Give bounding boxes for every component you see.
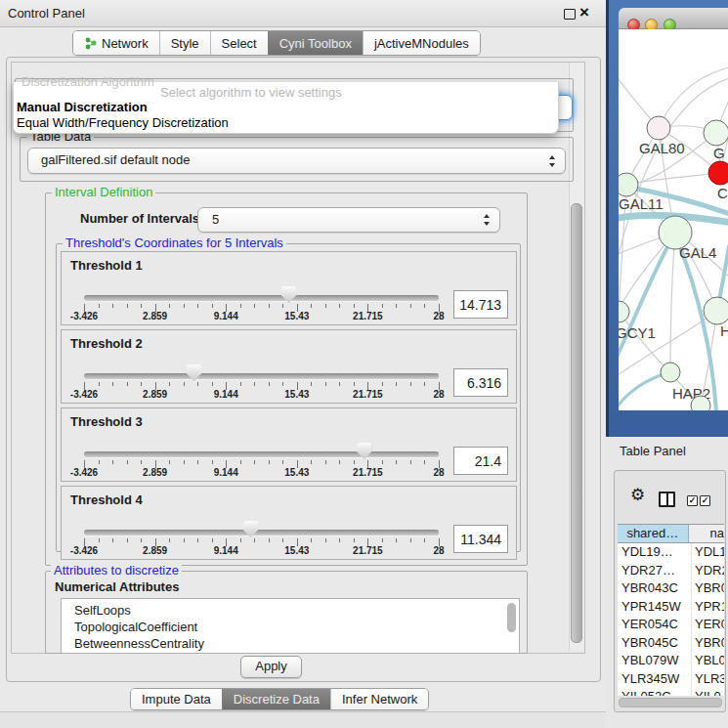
- table-row[interactable]: YDR27…YDR2: [618, 562, 724, 580]
- cell-shared-name[interactable]: YER054C: [618, 616, 692, 634]
- cell-shared-name[interactable]: YIL052C: [618, 688, 692, 696]
- menu-item-equal-width-frequency[interactable]: Equal Width/Frequency Discretization: [17, 115, 229, 130]
- tick-label: 15.43: [284, 545, 309, 556]
- cell-shared-name[interactable]: YBL079W: [618, 652, 692, 670]
- tab-network[interactable]: Network: [73, 31, 159, 55]
- tab-label: Style: [171, 36, 199, 51]
- cell-shared-name[interactable]: YBR043C: [618, 579, 692, 598]
- table-data-combo-value: galFiltered.sif default node: [41, 149, 190, 172]
- tab-cyni-toolbox[interactable]: Cyni Toolbox: [268, 31, 363, 55]
- network-node-gcy1[interactable]: [619, 301, 629, 322]
- node-label: GAL4: [679, 244, 716, 261]
- num-intervals-value: 5: [212, 208, 219, 231]
- slider-track[interactable]: [84, 295, 439, 301]
- tab-label: Cyni Toolbox: [279, 36, 352, 51]
- tab-select[interactable]: Select: [210, 31, 268, 55]
- network-icon: [84, 36, 97, 50]
- gear-icon[interactable]: ⚙: [630, 487, 645, 504]
- float-window-icon[interactable]: [564, 9, 576, 20]
- cell-name[interactable]: YER0: [692, 616, 724, 634]
- network-node-h[interactable]: [704, 297, 728, 324]
- cell-name[interactable]: YIL0: [692, 688, 724, 696]
- network-window-titlebar[interactable]: [619, 8, 728, 29]
- attribute-list-item[interactable]: SelfLoops: [74, 602, 131, 619]
- tab-impute-data[interactable]: Impute Data: [131, 689, 222, 709]
- num-intervals-label: Number of Intervals: [80, 211, 199, 226]
- close-icon[interactable]: ×: [579, 3, 589, 22]
- threshold-value-field[interactable]: 21.4: [453, 447, 508, 475]
- thresholds-group-title: Threshold's Coordinates for 5 Intervals: [63, 236, 286, 250]
- cell-name[interactable]: YPR1: [692, 598, 724, 617]
- threshold-value-field[interactable]: 6.316: [453, 368, 508, 397]
- spinner-stepper-icon: [484, 213, 491, 227]
- cell-name[interactable]: YDR2: [692, 562, 724, 580]
- table-row[interactable]: YBR045CYBR0: [618, 634, 724, 653]
- tab-jactivemnodules[interactable]: jActiveMNodules: [363, 31, 480, 55]
- network-node-hap2[interactable]: [661, 363, 680, 382]
- vertical-scrollbar-thumb[interactable]: [571, 203, 582, 643]
- tab-discretize-data[interactable]: Discretize Data: [222, 689, 330, 709]
- cell-shared-name[interactable]: YDR27…: [618, 562, 692, 580]
- table-row[interactable]: YDL19…YDL1: [618, 543, 724, 562]
- network-graph[interactable]: GAL80GCGAL11GAL4GCY1HHAP2: [619, 29, 728, 410]
- apply-button[interactable]: Apply: [240, 656, 302, 678]
- node-label: H: [720, 322, 728, 339]
- slider-track[interactable]: [84, 530, 439, 535]
- numerical-attributes-label: Numerical Attributes: [55, 579, 179, 594]
- slider-tick-labels: -3.4262.8599.14415.4321.71528: [84, 545, 439, 557]
- column-header-shared[interactable]: shared…: [618, 525, 689, 542]
- tick-label: 15.43: [284, 467, 309, 478]
- cell-shared-name[interactable]: YPR145W: [618, 598, 692, 617]
- slider-track[interactable]: [84, 373, 439, 379]
- horizontal-scrollbar-thumb[interactable]: [619, 698, 722, 707]
- cell-name[interactable]: YBL0: [692, 652, 724, 670]
- column-header-name[interactable]: na: [689, 525, 724, 542]
- tick-label: 9.144: [214, 311, 238, 321]
- list-scrollbar-thumb[interactable]: [507, 603, 516, 632]
- network-node-gal11[interactable]: [619, 173, 638, 196]
- tick-label: 28: [433, 467, 444, 478]
- table-row[interactable]: YBL079WYBL0: [618, 652, 724, 670]
- interval-definition-title: Interval Definition: [52, 186, 155, 199]
- threshold-value-field[interactable]: 11.344: [453, 525, 508, 553]
- cell-shared-name[interactable]: YDL19…: [618, 543, 692, 562]
- network-node[interactable]: [691, 396, 710, 410]
- tab-style[interactable]: Style: [159, 31, 210, 55]
- split-columns-icon[interactable]: [659, 492, 675, 507]
- threshold-box-1: Threshold 1-3.4262.8599.14415.4321.71528…: [61, 251, 517, 325]
- network-node-c[interactable]: [708, 161, 728, 185]
- table-data-combo[interactable]: galFiltered.sif default node: [27, 148, 566, 174]
- threshold-value-field[interactable]: 14.713: [453, 290, 508, 319]
- node-label: C: [717, 185, 728, 201]
- node-table: shared… na YDL19…YDL1YDR27…YDR2YBR043CYB…: [618, 524, 724, 696]
- attribute-list-item[interactable]: BetweennessCentrality: [74, 635, 204, 652]
- tick-label: 2.859: [143, 545, 167, 556]
- cell-name[interactable]: YBR0: [692, 634, 724, 653]
- node-label: GCY1: [619, 324, 656, 341]
- menu-item-manual-discretization[interactable]: Manual Discretization: [17, 100, 148, 114]
- cell-shared-name[interactable]: YLR345W: [618, 670, 692, 689]
- numerical-attributes-list[interactable]: SelfLoopsTopologicalCoefficientBetweenne…: [61, 598, 520, 654]
- slider-track[interactable]: [84, 451, 439, 457]
- tick-label: 2.859: [143, 389, 167, 400]
- network-node-g[interactable]: [704, 120, 728, 146]
- table-row[interactable]: YPR145WYPR1: [618, 598, 724, 617]
- network-edge: [670, 233, 675, 372]
- tab-infer-network[interactable]: Infer Network: [330, 689, 428, 709]
- table-row[interactable]: YER054CYER0: [618, 616, 724, 634]
- checkbox-icon[interactable]: ✓: [700, 495, 710, 506]
- num-intervals-spinner[interactable]: 5: [197, 207, 500, 233]
- cell-shared-name[interactable]: YBR045C: [618, 634, 692, 653]
- algorithm-group-title: Discretization Algorithm: [21, 74, 154, 89]
- attribute-list-item[interactable]: TopologicalCoefficient: [74, 619, 197, 635]
- cell-name[interactable]: YLR3: [692, 670, 724, 689]
- node-label: G: [713, 145, 725, 161]
- cell-name[interactable]: YBR0: [692, 579, 724, 598]
- table-row[interactable]: YBR043CYBR0: [618, 579, 724, 598]
- network-canvas[interactable]: GAL80GCGAL11GAL4GCY1HHAP2: [619, 29, 728, 410]
- cell-name[interactable]: YDL1: [692, 543, 724, 562]
- network-node-gal80[interactable]: [647, 116, 670, 140]
- table-row[interactable]: YLR345WYLR3: [618, 670, 724, 689]
- checkbox-icon[interactable]: ✓: [687, 495, 698, 506]
- table-row[interactable]: YIL052CYIL0: [618, 688, 724, 696]
